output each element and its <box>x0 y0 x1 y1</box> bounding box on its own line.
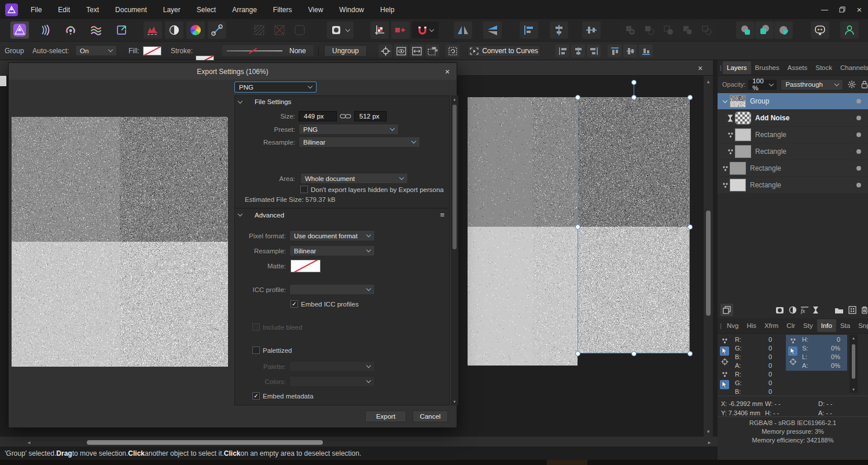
tab-clr[interactable]: Clr <box>782 319 799 332</box>
scroll-up-icon[interactable]: ▲ <box>704 79 713 84</box>
align-left-icon[interactable] <box>520 21 538 39</box>
panel-grip[interactable]: | <box>720 322 722 329</box>
flip-horizontal-icon[interactable] <box>454 21 472 39</box>
minimize-icon[interactable]: — <box>816 2 833 17</box>
menu-filters[interactable]: Filters <box>265 0 300 19</box>
cancel-button[interactable]: Cancel <box>413 411 448 422</box>
insert-behind-icon[interactable] <box>736 21 755 39</box>
boolean-subtract-icon[interactable] <box>640 21 659 39</box>
info-scrollbar[interactable]: ▲ ▼ <box>849 335 858 393</box>
tab-layers[interactable]: Layers <box>723 61 751 74</box>
layer-row-rectangle[interactable]: Rectangle <box>718 177 868 193</box>
tab-sta[interactable]: Sta <box>836 319 854 332</box>
horizontal-scroll-thumb[interactable] <box>87 440 323 445</box>
selection-handle[interactable] <box>575 224 580 230</box>
layer-thumbnail[interactable] <box>730 162 746 175</box>
tab-xfrm[interactable]: Xfrm <box>760 319 782 332</box>
layer-row-group[interactable]: Group <box>718 93 868 109</box>
scroll-down-icon[interactable]: ▼ <box>849 387 858 392</box>
layer-effects-hourglass-icon[interactable] <box>809 304 822 316</box>
snapping-presets-icon[interactable] <box>370 21 389 39</box>
scroll-down-icon[interactable]: ▼ <box>704 429 713 434</box>
group-layers-icon[interactable] <box>833 304 845 316</box>
menu-help[interactable]: Help <box>372 0 403 19</box>
menu-view[interactable]: View <box>300 0 332 19</box>
layer-thumbnail[interactable] <box>735 145 751 158</box>
close-icon[interactable]: × <box>851 2 868 17</box>
rotate-object-icon[interactable] <box>446 45 459 57</box>
export-button[interactable]: Export <box>365 411 406 422</box>
embed-icc-checkbox[interactable] <box>290 300 298 308</box>
layer-row-add-noise[interactable]: Add Noise <box>718 110 868 126</box>
snapping-magnet-button[interactable] <box>412 21 439 39</box>
transform-origin-icon[interactable] <box>378 45 392 57</box>
matte-swatch[interactable] <box>290 260 321 272</box>
scroll-up-icon[interactable]: ▲ <box>451 97 458 101</box>
tab-stock[interactable]: Stock <box>811 61 836 74</box>
deselect-icon[interactable] <box>270 21 289 39</box>
export-persona-button[interactable] <box>112 21 131 39</box>
link-dimensions-icon[interactable] <box>340 113 351 119</box>
menu-text[interactable]: Text <box>78 0 107 19</box>
cycle-selection-box-icon[interactable] <box>394 45 408 57</box>
tonemap-persona-button[interactable] <box>87 21 105 39</box>
dont-export-hidden-checkbox[interactable] <box>300 186 308 193</box>
width-field[interactable]: 449 px <box>299 111 337 121</box>
layer-thumbnail[interactable] <box>735 112 751 124</box>
vertical-scroll-thumb[interactable] <box>706 211 711 316</box>
selection-handle[interactable] <box>687 224 693 230</box>
dialog-titlebar[interactable]: Export Settings (106%) × <box>9 63 457 80</box>
duplicate-layer-icon[interactable] <box>720 304 733 316</box>
tab-sty[interactable]: Sty <box>799 319 817 332</box>
file-settings-header[interactable]: File Settings <box>238 98 291 105</box>
scroll-up-icon[interactable]: ▲ <box>849 336 858 340</box>
icc-profile-dropdown[interactable] <box>289 284 375 295</box>
selection-handle[interactable] <box>575 95 580 100</box>
layer-visibility-dot[interactable] <box>856 116 861 120</box>
layer-visibility-dot[interactable] <box>856 149 861 154</box>
format-dropdown[interactable]: PNG <box>234 82 317 93</box>
tab-snp[interactable]: Snp <box>854 319 868 332</box>
transform-objects-icon[interactable] <box>410 45 424 57</box>
scroll-left-icon[interactable]: ◄ <box>24 440 34 445</box>
dialog-close-icon[interactable]: × <box>443 67 452 76</box>
align-middle-icon[interactable] <box>582 21 601 39</box>
boolean-add-icon[interactable] <box>621 21 639 39</box>
boolean-intersect-icon[interactable] <box>659 21 678 39</box>
align-vmiddle-icon[interactable] <box>623 45 637 57</box>
info-scroll-thumb[interactable] <box>852 344 855 379</box>
menu-file[interactable]: File <box>23 0 50 19</box>
space-left-icon[interactable] <box>556 45 569 57</box>
dialog-scroll-thumb[interactable] <box>453 105 457 249</box>
scroll-down-icon[interactable]: ▼ <box>451 400 458 404</box>
straighten-icon[interactable] <box>208 21 226 39</box>
rotation-handle[interactable] <box>631 80 637 85</box>
layer-visibility-dot[interactable] <box>856 132 861 137</box>
tab-channels[interactable]: Channels <box>836 61 868 74</box>
account-icon[interactable] <box>840 21 859 39</box>
tab-nvg[interactable]: Nvg <box>723 319 742 332</box>
layer-row-rectangle[interactable]: Rectangle <box>718 143 868 160</box>
slice-export-icon[interactable] <box>391 21 410 39</box>
selection-handle[interactable] <box>575 351 580 356</box>
align-center-icon[interactable] <box>550 21 568 39</box>
delete-layer-icon[interactable] <box>858 304 868 316</box>
tab-info[interactable]: Info <box>817 319 836 332</box>
embed-metadata-checkbox[interactable] <box>252 392 260 400</box>
area-dropdown[interactable]: Whole document <box>300 173 408 184</box>
expand-chevron-icon[interactable] <box>720 101 730 102</box>
selection-handle[interactable] <box>631 351 637 356</box>
mask-mode-dropdown[interactable] <box>327 21 354 39</box>
tab-his[interactable]: His <box>742 319 760 332</box>
layer-row-rectangle[interactable]: Rectangle <box>718 160 868 176</box>
space-right-icon[interactable] <box>587 45 601 57</box>
adjustment-layer-icon[interactable] <box>786 304 799 316</box>
tab-brushes[interactable]: Brushes <box>751 61 784 74</box>
align-bottom-icon[interactable] <box>639 45 653 57</box>
menu-layer[interactable]: Layer <box>155 0 189 19</box>
height-field[interactable]: 512 px <box>354 111 387 121</box>
ungroup-button[interactable]: Ungroup <box>324 45 367 57</box>
palettized-checkbox[interactable] <box>252 346 260 354</box>
photo-persona-button[interactable] <box>10 21 29 39</box>
layer-row-rectangle[interactable]: Rectangle <box>718 127 868 143</box>
